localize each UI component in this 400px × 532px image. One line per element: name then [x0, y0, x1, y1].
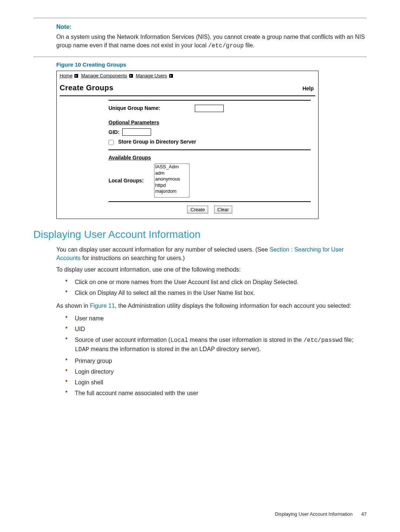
list-item[interactable]: anonymous	[154, 176, 189, 182]
note-code: /etc/group	[208, 43, 244, 49]
list-item: Login directory	[64, 366, 367, 377]
note-text-post: file.	[244, 42, 254, 48]
note-label: Note:	[56, 23, 367, 31]
methods-list: Click on one or more names from the User…	[64, 277, 367, 298]
src-pre: Source of user account information (	[75, 337, 170, 343]
figure-caption: Figure 10 Creating Groups	[56, 61, 367, 69]
p3-post: , the Administration utility displays th…	[115, 303, 351, 309]
list-item: Click on Display All to select all the n…	[64, 287, 367, 298]
info-list: User name UID Source of user account inf…	[64, 313, 367, 399]
page-footer: Displaying User Account Information 47	[275, 511, 367, 518]
section-heading: Displaying User Account Information	[33, 227, 367, 242]
src-c1: Local	[170, 337, 188, 344]
p1-pre: You can display user account information…	[56, 246, 270, 253]
gid-input[interactable]	[122, 128, 151, 136]
list-item: Source of user account information (Loca…	[64, 334, 367, 355]
list-item[interactable]: httpd	[154, 182, 189, 189]
available-groups-heading: Available Groups	[109, 155, 151, 161]
breadcrumb-sep-icon	[169, 74, 173, 78]
list-item: UID	[64, 324, 367, 334]
list-item[interactable]: majordom	[154, 188, 189, 195]
create-button[interactable]: Create	[187, 206, 208, 213]
breadcrumb: Home Manage Components Manage Users	[57, 71, 318, 80]
paragraph: As shown in Figure 11, the Administratio…	[56, 302, 367, 310]
list-item: Primary group	[64, 356, 367, 366]
unique-group-name-label: Unique Group Name:	[109, 105, 160, 111]
page-title: Create Groups	[60, 83, 113, 93]
p3-pre: As shown in	[56, 303, 90, 309]
optional-parameters-heading: Optional Parameters	[109, 119, 159, 125]
store-directory-checkbox[interactable]	[109, 140, 114, 145]
breadcrumb-sep-icon	[74, 74, 78, 78]
list-item: Login shell	[64, 377, 367, 388]
gid-label: GID:	[109, 129, 120, 135]
local-groups-label: Local Groups:	[109, 177, 144, 184]
help-link[interactable]: Help	[303, 85, 314, 92]
list-item: User name	[64, 313, 367, 324]
list-item[interactable]: adm	[154, 170, 189, 176]
link-figure-11[interactable]: Figure 11	[90, 303, 115, 309]
breadcrumb-manage-users[interactable]: Manage Users	[136, 73, 167, 78]
clear-button[interactable]: Clear	[214, 206, 232, 213]
create-groups-screenshot: Home Manage Components Manage Users Crea…	[56, 71, 319, 219]
list-item: The full account name associated with th…	[64, 388, 367, 398]
breadcrumb-sep-icon	[129, 74, 133, 78]
src-post: means the information is stored in the a…	[89, 346, 261, 352]
note-body: On a system using the Network Informatio…	[56, 33, 367, 50]
p1-post: for instructions on searching for users.…	[81, 255, 185, 261]
src-mid2: file;	[343, 337, 353, 343]
src-mid1: means the user information is stored in …	[188, 337, 303, 343]
breadcrumb-manage-components[interactable]: Manage Components	[81, 73, 127, 78]
paragraph: You can display user account information…	[56, 245, 367, 262]
src-c3: LDAP	[75, 346, 89, 353]
breadcrumb-home[interactable]: Home	[60, 73, 73, 78]
unique-group-name-input[interactable]	[195, 105, 224, 112]
src-c2: /etc/passwd	[303, 337, 343, 344]
local-groups-select[interactable]: IASS_Adm adm anonymous httpd majordom	[154, 164, 190, 198]
list-item[interactable]: IASS_Adm	[154, 164, 189, 170]
paragraph: To display user account information, use…	[56, 265, 367, 274]
list-item: Click on one or more names from the User…	[64, 277, 367, 287]
store-directory-label: Store Group in Directory Server	[118, 139, 196, 145]
page-number: 47	[361, 511, 367, 517]
footer-title: Displaying User Account Information	[275, 511, 353, 517]
